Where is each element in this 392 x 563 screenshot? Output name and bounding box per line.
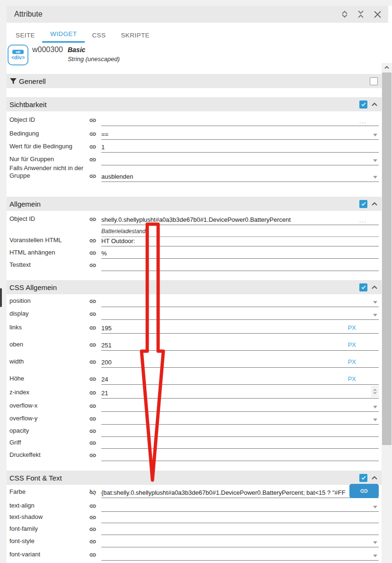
font-variant-select[interactable] (101, 550, 379, 561)
chevron-down-icon[interactable] (373, 418, 377, 421)
bedingung-select[interactable]: == (101, 129, 379, 140)
section-header-sichtbarkeit[interactable]: Sichtbarkeit (7, 97, 382, 111)
vertical-scrollbar[interactable] (382, 63, 392, 563)
link-icon[interactable] (89, 310, 97, 318)
text-shadow-input[interactable] (101, 512, 379, 523)
chevron-down-icon[interactable] (373, 301, 377, 304)
unit-px-button[interactable]: PX (348, 375, 356, 382)
chevron-down-icon[interactable] (373, 541, 377, 544)
link-icon[interactable] (89, 452, 97, 459)
section-header-css-font[interactable]: CSS Font & Text (7, 471, 382, 485)
unfold-more-icon[interactable] (341, 10, 348, 18)
oben-input[interactable]: 251 PX (101, 340, 379, 351)
link-icon[interactable] (89, 249, 97, 257)
unit-px-button[interactable]: PX (348, 324, 356, 331)
field-label: Farbe (7, 488, 89, 498)
font-family-input[interactable] (101, 524, 379, 535)
chevron-down-icon[interactable] (373, 134, 377, 136)
chevron-down-icon[interactable] (373, 406, 377, 409)
chevron-up-icon[interactable] (371, 285, 378, 290)
dock-grip-handle[interactable] (0, 288, 2, 307)
anhaengen-input[interactable]: % (101, 248, 379, 259)
section-header-css-allgemein[interactable]: CSS Allgemein (7, 280, 382, 294)
section-header-allgemein[interactable]: Allgemein (7, 197, 382, 211)
link-icon[interactable] (89, 358, 97, 366)
display-select[interactable] (101, 309, 379, 320)
tab-seite[interactable]: SEITE (16, 32, 35, 43)
link-icon[interactable] (89, 298, 97, 305)
number-spinner[interactable] (371, 386, 379, 397)
section-checkbox[interactable] (359, 474, 367, 482)
font-style-select[interactable] (101, 536, 379, 547)
link-icon[interactable] (89, 427, 97, 435)
section-checkbox[interactable] (359, 200, 367, 208)
chevron-down-icon[interactable] (373, 554, 377, 557)
select-id-button[interactable]: ... (359, 217, 366, 224)
link-icon[interactable] (89, 156, 97, 163)
tab-skripte[interactable]: SKRIPTE (121, 32, 150, 43)
section-header-generell[interactable]: Generell (7, 74, 382, 88)
link-icon[interactable] (89, 514, 97, 521)
link-icon[interactable] (89, 389, 97, 397)
griff-input[interactable] (101, 438, 379, 449)
chevron-down-icon[interactable] (373, 506, 377, 509)
link-icon[interactable] (89, 526, 97, 533)
chevron-down-icon[interactable] (373, 176, 377, 179)
scrollbar-up-arrow[interactable] (382, 63, 392, 72)
position-select[interactable] (101, 296, 379, 307)
link-icon[interactable] (89, 415, 97, 423)
link-icon[interactable] (89, 117, 97, 124)
unit-px-button[interactable]: PX (348, 341, 356, 348)
collapse-icon[interactable] (357, 10, 364, 18)
chevron-down-icon[interactable] (373, 159, 377, 162)
object-id-input[interactable]: shelly.0.shellyplusht#a0a3b3de67b0#1.Dev… (101, 214, 379, 225)
unit-px-button[interactable]: PX (348, 358, 356, 365)
link-icon[interactable] (89, 402, 97, 410)
link-icon[interactable] (89, 341, 97, 349)
testtext-input[interactable] (101, 260, 379, 271)
link-icon[interactable] (89, 502, 97, 510)
link-icon[interactable] (89, 262, 97, 269)
link-icon[interactable] (89, 173, 97, 180)
voranstellen-input[interactable]: HT Outdoor: (101, 236, 379, 246)
hoehe-input[interactable]: 24 PX (101, 374, 379, 385)
field-label: z-index (7, 389, 89, 399)
overflow-x-select[interactable] (101, 401, 379, 412)
link-icon[interactable] (89, 551, 97, 559)
chevron-up-icon[interactable] (371, 201, 378, 206)
opacity-input[interactable] (101, 426, 379, 437)
link-icon[interactable] (89, 216, 97, 223)
link-binding-button[interactable] (349, 484, 379, 498)
chevron-up-icon[interactable] (371, 475, 378, 480)
link-icon[interactable] (89, 375, 97, 383)
section-checkbox[interactable] (359, 283, 367, 291)
select-id-button[interactable]: ... (359, 118, 366, 125)
link-icon[interactable] (89, 439, 97, 447)
link-icon[interactable] (89, 324, 97, 332)
link-off-icon[interactable] (89, 489, 97, 496)
row-bedingung: Bedingung == (7, 126, 382, 140)
links-input[interactable]: 195 PX (101, 323, 379, 334)
close-icon[interactable] (374, 10, 382, 18)
falls-select[interactable]: ausblenden (101, 171, 379, 182)
link-icon[interactable] (89, 538, 97, 545)
scrollbar-thumb[interactable] (382, 73, 392, 445)
link-icon[interactable] (89, 237, 97, 245)
tab-css[interactable]: CSS (92, 32, 106, 43)
overflow-y-select[interactable] (101, 414, 379, 425)
chevron-up-icon[interactable] (371, 102, 378, 107)
farbe-input[interactable]: {bat:shelly.0.shellyplusht#a0a3b3de67b0#… (101, 487, 379, 498)
z-index-input[interactable]: 21 (101, 388, 379, 399)
tab-widget[interactable]: WIDGET (42, 30, 85, 43)
section-checkbox[interactable] (370, 77, 378, 85)
object-id-input[interactable]: ... (101, 115, 379, 126)
wert-input[interactable]: 1 (101, 142, 379, 153)
gruppen-select[interactable] (101, 154, 379, 165)
section-checkbox[interactable] (359, 100, 367, 109)
druckeffekt-input[interactable] (101, 450, 379, 461)
link-icon[interactable] (89, 130, 97, 138)
width-input[interactable]: 200 PX (101, 357, 379, 368)
link-icon[interactable] (89, 143, 97, 151)
chevron-down-icon[interactable] (373, 314, 377, 317)
text-align-select[interactable] (101, 501, 379, 512)
